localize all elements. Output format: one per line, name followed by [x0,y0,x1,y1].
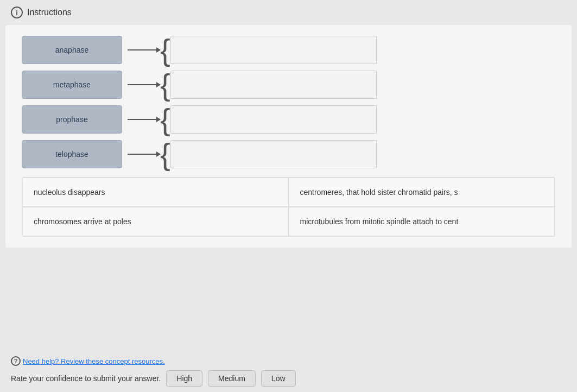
help-link-row: ? Need help? Review these concept resour… [11,356,566,366]
instructions-label: Instructions [27,8,72,17]
brace-2: { [160,69,170,100]
brace-4: { [160,139,170,169]
brace-3: { [160,104,170,135]
arrow-line-4 [128,154,160,155]
arrow-line-1 [128,49,160,50]
options-grid: nucleolus disappears centromeres, that h… [22,178,555,236]
main-content: anaphase metaphase prophase telophase { [5,25,572,248]
connector-row-1: { [128,36,170,64]
option-nucleolus-disappears[interactable]: nucleolus disappears [22,178,289,207]
answer-box-2[interactable] [170,71,377,99]
arrow-line-2 [128,84,160,85]
answer-box-4[interactable] [170,140,377,168]
instructions-bar: i Instructions [0,0,577,25]
confidence-label: Rate your confidence to submit your answ… [11,374,161,383]
bottom-bar: ? Need help? Review these concept resour… [0,351,577,392]
term-anaphase[interactable]: anaphase [22,36,122,64]
term-prophase[interactable]: prophase [22,105,122,134]
matching-area: anaphase metaphase prophase telophase { [22,36,555,168]
connectors-column: { { { { [128,36,170,168]
option-chromosomes-arrive[interactable]: chromosomes arrive at poles [22,207,289,236]
options-section: nucleolus disappears centromeres, that h… [22,177,555,237]
answer-box-1[interactable] [170,36,377,64]
info-icon: i [11,7,23,18]
confidence-high-button[interactable]: High [166,370,202,387]
connector-row-3: { [128,105,170,134]
page-container: i Instructions anaphase metaphase propha… [0,0,577,392]
term-telophase[interactable]: telophase [22,140,122,168]
arrow-line-3 [128,119,160,120]
answer-box-3[interactable] [170,105,377,134]
term-metaphase[interactable]: metaphase [22,71,122,99]
connector-row-2: { [128,71,170,99]
option-microtubules[interactable]: microtubules from mitotic spindle attach… [289,207,555,236]
help-icon: ? [11,356,21,366]
confidence-medium-button[interactable]: Medium [208,370,256,387]
confidence-low-button[interactable]: Low [261,370,296,387]
confidence-row: Rate your confidence to submit your answ… [11,370,566,387]
answers-column [170,36,377,168]
option-centromeres[interactable]: centromeres, that hold sister chromatid … [289,178,555,207]
help-link[interactable]: Need help? Review these concept resource… [23,357,165,365]
connector-row-4: { [128,140,170,168]
brace-1: { [160,35,170,65]
terms-column: anaphase metaphase prophase telophase [22,36,122,168]
